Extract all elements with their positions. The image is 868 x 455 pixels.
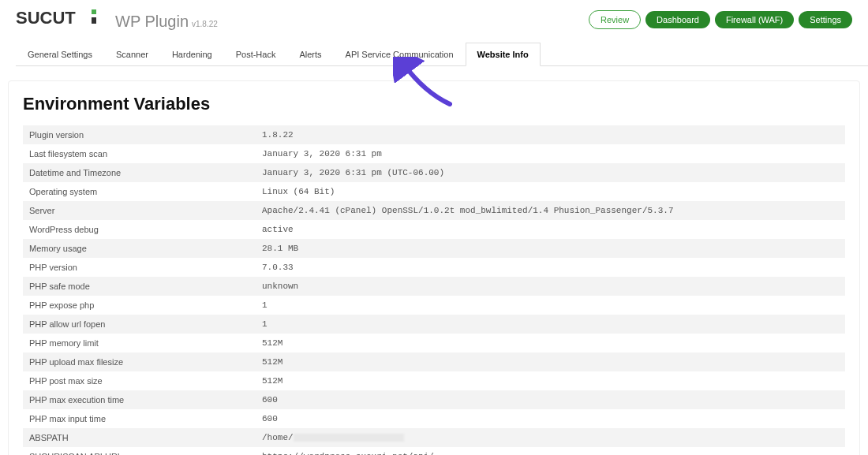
env-key: WordPress debug: [23, 220, 256, 239]
env-value: 600: [256, 390, 845, 409]
env-value: Apache/2.4.41 (cPanel) OpenSSL/1.0.2t mo…: [256, 201, 845, 220]
tab-general[interactable]: General Settings: [16, 43, 104, 66]
env-key: Operating system: [23, 182, 256, 201]
settings-tabs: General SettingsScannerHardeningPost-Hac…: [16, 42, 868, 66]
env-value: January 3, 2020 6:31 pm: [256, 144, 845, 163]
env-key: ABSPATH: [23, 428, 256, 447]
env-value: unknown: [256, 277, 845, 296]
settings-button[interactable]: Settings: [799, 11, 852, 28]
env-value: January 3, 2020 6:31 pm (UTC-06.00): [256, 163, 845, 182]
table-row: ABSPATH/home/: [23, 428, 845, 447]
table-row: PHP expose php1: [23, 296, 845, 315]
env-value: 1: [256, 315, 845, 334]
tab-apiservice[interactable]: API Service Communication: [334, 43, 466, 66]
env-key: Memory usage: [23, 239, 256, 258]
env-value: 28.1 MB: [256, 239, 845, 258]
firewall-button[interactable]: Firewall (WAF): [715, 11, 794, 28]
svg-rect-2: [92, 17, 96, 24]
table-row: PHP upload max filesize512M: [23, 352, 845, 371]
env-value: /home/: [256, 428, 845, 447]
tab-websiteinfo[interactable]: Website Info: [466, 43, 541, 66]
env-key: PHP safe mode: [23, 277, 256, 296]
table-row: Plugin version1.8.22: [23, 125, 845, 144]
env-value: 1.8.22: [256, 125, 845, 144]
env-key: Last filesystem scan: [23, 144, 256, 163]
table-row: PHP max input time600: [23, 409, 845, 428]
table-row: PHP version7.0.33: [23, 258, 845, 277]
table-row: Last filesystem scanJanuary 3, 2020 6:31…: [23, 144, 845, 163]
review-button[interactable]: Review: [589, 10, 641, 29]
env-value: 512M: [256, 334, 845, 352]
env-key: Datetime and Timezone: [23, 163, 256, 182]
env-value: 1: [256, 296, 845, 315]
table-row: SUCURISCAN API URLhttps://wordpress.sucu…: [23, 447, 845, 455]
header-bar: SUCUT WP Plugin v1.8.22 Review Dashboard…: [0, 0, 868, 37]
version-label: v1.8.22: [192, 20, 218, 28]
table-row: PHP post max size512M: [23, 371, 845, 390]
tab-posthack[interactable]: Post-Hack: [224, 43, 288, 66]
table-row: PHP memory limit512M: [23, 334, 845, 352]
table-row: Memory usage28.1 MB: [23, 239, 845, 258]
env-value: 600: [256, 409, 845, 428]
svg-rect-1: [92, 9, 96, 14]
brand-subtitle: WP Plugin: [115, 13, 189, 31]
tab-scanner[interactable]: Scanner: [104, 43, 160, 66]
env-key: Plugin version: [23, 125, 256, 144]
env-value: 512M: [256, 352, 845, 371]
svg-text:SUCUT: SUCUT: [16, 8, 76, 27]
env-key: Server: [23, 201, 256, 220]
website-info-panel: Environment Variables Plugin version1.8.…: [8, 80, 860, 455]
env-key: PHP max execution time: [23, 390, 256, 409]
env-key: PHP allow url fopen: [23, 315, 256, 334]
table-row: PHP allow url fopen1: [23, 315, 845, 334]
logo-block: SUCUT WP Plugin v1.8.22: [16, 8, 218, 31]
env-key: PHP upload max filesize: [23, 352, 256, 371]
env-key: PHP memory limit: [23, 334, 256, 352]
env-key: PHP version: [23, 258, 256, 277]
env-key: PHP max input time: [23, 409, 256, 428]
tab-hardening[interactable]: Hardening: [160, 43, 224, 66]
table-row: PHP max execution time600: [23, 390, 845, 409]
redacted-path: [294, 434, 404, 442]
table-row: PHP safe modeunknown: [23, 277, 845, 296]
table-row: ServerApache/2.4.41 (cPanel) OpenSSL/1.0…: [23, 201, 845, 220]
tab-alerts[interactable]: Alerts: [287, 43, 333, 66]
environment-variables-table: Plugin version1.8.22Last filesystem scan…: [23, 125, 845, 455]
env-value: Linux (64 Bit): [256, 182, 845, 201]
sucuri-logo-icon: SUCUT: [16, 8, 110, 27]
table-row: Datetime and TimezoneJanuary 3, 2020 6:3…: [23, 163, 845, 182]
env-key: PHP post max size: [23, 371, 256, 390]
table-row: WordPress debugactive: [23, 220, 845, 239]
env-key: SUCURISCAN API URL: [23, 447, 256, 455]
env-value: 512M: [256, 371, 845, 390]
table-row: Operating systemLinux (64 Bit): [23, 182, 845, 201]
section-title: Environment Variables: [23, 94, 845, 114]
dashboard-button[interactable]: Dashboard: [645, 11, 710, 28]
env-value: 7.0.33: [256, 258, 845, 277]
env-value: active: [256, 220, 845, 239]
env-key: PHP expose php: [23, 296, 256, 315]
env-value: https://wordpress.sucuri.net/api/: [256, 447, 845, 455]
